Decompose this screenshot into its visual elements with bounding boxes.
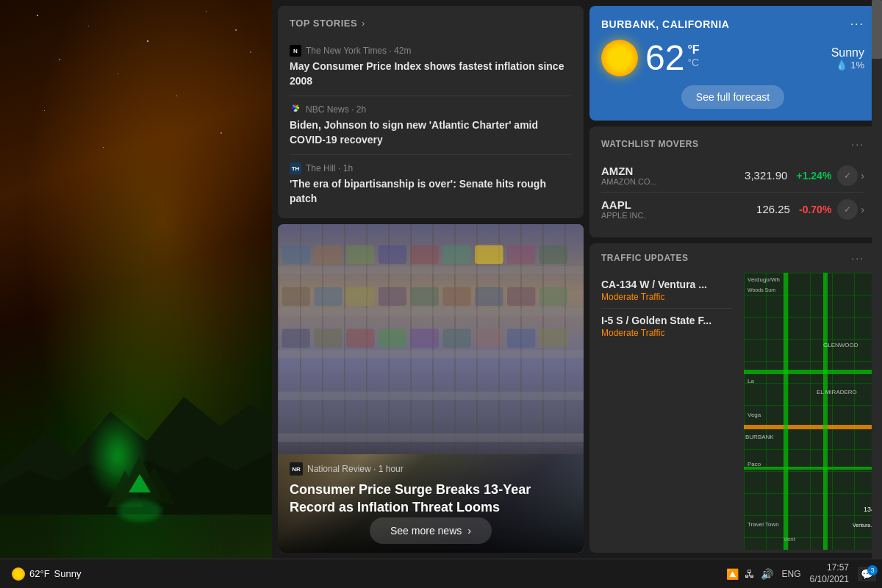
- precip-icon: 💧: [836, 60, 847, 71]
- weather-condition: Sunny: [831, 46, 864, 60]
- svg-rect-38: [282, 329, 309, 348]
- hill-icon: TH: [290, 162, 301, 174]
- svg-rect-43: [442, 329, 470, 348]
- background-panel: [0, 0, 272, 559]
- traffic-widget: TRAFFIC UPDATES ··· CA-134 W / Ventura .…: [589, 243, 876, 553]
- stock-change-aapl: -0.70%: [799, 204, 831, 215]
- traffic-routes: CA-134 W / Ventura ... Moderate Traffic …: [589, 273, 744, 550]
- svg-rect-35: [475, 287, 503, 306]
- taskbar-sun-icon: [12, 567, 25, 581]
- road-h2: [744, 425, 876, 429]
- road-v2: [823, 273, 828, 550]
- stock-nav-aapl[interactable]: ›: [861, 204, 864, 215]
- taskbar-date-value: 6/10/2021: [810, 574, 849, 586]
- news-column: TOP STORIES › N The New York Times · 42m…: [278, 6, 584, 553]
- top-stories-header: TOP STORIES ›: [290, 18, 572, 29]
- weather-header: BURBANK, CALIFORNIA ···: [601, 18, 864, 31]
- route-status-2: Moderate Traffic: [601, 328, 732, 338]
- svg-rect-17: [278, 349, 584, 357]
- map-label-travel: Travel Town: [747, 521, 779, 528]
- weather-location: BURBANK, CALIFORNIA: [601, 18, 729, 30]
- stock-nav-amzn[interactable]: ›: [861, 170, 864, 182]
- svg-rect-25: [442, 245, 470, 264]
- svg-rect-27: [507, 245, 535, 264]
- traffic-more-button[interactable]: ···: [851, 252, 864, 264]
- map-label-vega: Vega: [747, 412, 761, 418]
- temperature: 62: [645, 40, 684, 76]
- route-name-2: I-5 S / Golden State F...: [601, 315, 732, 326]
- news-headline-1: May Consumer Price Index shows fastest i…: [290, 60, 572, 88]
- svg-rect-15: [278, 266, 584, 274]
- taskbar-temp: 62°F: [29, 568, 50, 579]
- traffic-route-1[interactable]: CA-134 W / Ventura ... Moderate Traffic: [601, 273, 732, 309]
- notification-badge: 3: [867, 565, 878, 576]
- see-more-button[interactable]: See more news ›: [370, 517, 492, 544]
- news-item-1[interactable]: N The New York Times · 42m May Consumer …: [290, 37, 572, 96]
- sun-icon: [601, 40, 638, 76]
- stock-chart-aapl[interactable]: ✓: [837, 199, 858, 220]
- svg-rect-18: [278, 391, 584, 399]
- news-item-2[interactable]: NBC News · 2h Biden, Johnson to sign new…: [290, 96, 572, 155]
- traffic-header: TRAFFIC UPDATES ···: [589, 243, 876, 273]
- traffic-route-2[interactable]: I-5 S / Golden State F... Moderate Traff…: [601, 309, 732, 344]
- svg-rect-23: [379, 245, 406, 264]
- traffic-content: CA-134 W / Ventura ... Moderate Traffic …: [589, 273, 876, 550]
- weather-right: Sunny 💧 1%: [831, 46, 864, 71]
- featured-source-name: National Review · 1 hour: [307, 464, 404, 474]
- weather-more-button[interactable]: ···: [850, 18, 864, 31]
- top-stories-card: TOP STORIES › N The New York Times · 42m…: [278, 6, 584, 218]
- svg-rect-45: [507, 329, 535, 348]
- map-label-miradero: EL MIRADERO: [817, 389, 857, 395]
- stock-info-aapl: AAPL APPLE INC.: [601, 198, 756, 220]
- watchlist-more-button[interactable]: ···: [851, 138, 864, 150]
- stock-row-amzn[interactable]: AMZN AMAZON.CO... 3,321.90 +1.24% ✓ ›: [601, 159, 864, 193]
- featured-card[interactable]: NR National Review · 1 hour Consumer Pri…: [278, 224, 584, 553]
- stars: [0, 0, 272, 220]
- forecast-button[interactable]: See full forecast: [681, 85, 784, 109]
- notification-button[interactable]: 💬 3: [858, 567, 876, 581]
- news-headline-3: 'The era of bipartisanship is over': Sen…: [290, 177, 572, 206]
- map-label-glenwood: GLENWOOD: [823, 342, 858, 348]
- nyt-icon: N: [290, 45, 301, 57]
- svg-rect-39: [314, 329, 342, 348]
- svg-rect-16: [278, 307, 584, 315]
- taskbar-right: 🔼 🖧 🔊 ENG 17:57 6/10/2021 💬 3: [726, 562, 876, 585]
- watchlist-widget: WATCHLIST MOVERS ··· AMZN AMAZON.CO... 3…: [589, 126, 876, 237]
- svg-rect-34: [442, 287, 470, 306]
- map-grid: [744, 273, 876, 550]
- news-item-3[interactable]: TH The Hill · 1h 'The era of bipartisans…: [290, 155, 572, 206]
- traffic-map: Verdugo/Wh Woods Sum La Vega BURBANK Pac…: [744, 273, 876, 550]
- stock-chart-amzn[interactable]: ✓: [837, 165, 858, 186]
- see-more-chevron: ›: [467, 525, 471, 537]
- source-name-2: NBC News · 2h: [306, 104, 366, 115]
- taskbar-network-icon[interactable]: 🖧: [745, 568, 755, 580]
- svg-rect-44: [475, 329, 503, 348]
- nbc-icon: [290, 104, 301, 115]
- news-headline-2: Biden, Johnson to sign new 'Atlantic Cha…: [290, 118, 572, 147]
- traffic-title: TRAFFIC UPDATES: [601, 253, 689, 263]
- taskbar-volume-icon[interactable]: 🔊: [761, 568, 773, 580]
- temp-fahrenheit: °F: [687, 43, 699, 57]
- svg-rect-46: [539, 329, 567, 348]
- news-source-1: N The New York Times · 42m: [290, 45, 572, 57]
- widget-column: BURBANK, CALIFORNIA ··· 62 °F °C Sunny: [589, 6, 876, 553]
- map-label-2: Woods Sum: [747, 287, 775, 293]
- svg-rect-31: [346, 287, 374, 306]
- chevron-right-icon: ›: [362, 18, 365, 29]
- stock-change-amzn: +1.24%: [796, 170, 831, 182]
- temp-units: °F °C: [687, 43, 699, 68]
- map-label-vent2: Vent: [784, 536, 795, 542]
- stock-ticker-aapl: AAPL: [601, 198, 756, 211]
- scrollbar-thumb[interactable]: [872, 0, 882, 59]
- stock-row-aapl[interactable]: AAPL APPLE INC. 126.25 -0.70% ✓ ›: [601, 193, 864, 226]
- scrollbar-track[interactable]: [872, 0, 882, 559]
- featured-source: NR National Review · 1 hour: [290, 462, 572, 476]
- svg-rect-33: [411, 287, 439, 306]
- taskbar-condition: Sunny: [54, 568, 82, 579]
- road-v1: [784, 273, 788, 550]
- taskbar-icons: 🔼 🖧 🔊: [726, 568, 773, 580]
- svg-rect-28: [539, 245, 567, 264]
- taskbar-left: 62°F Sunny: [0, 567, 726, 581]
- svg-rect-20: [282, 245, 309, 264]
- taskbar-arrow-up-icon[interactable]: 🔼: [726, 568, 739, 580]
